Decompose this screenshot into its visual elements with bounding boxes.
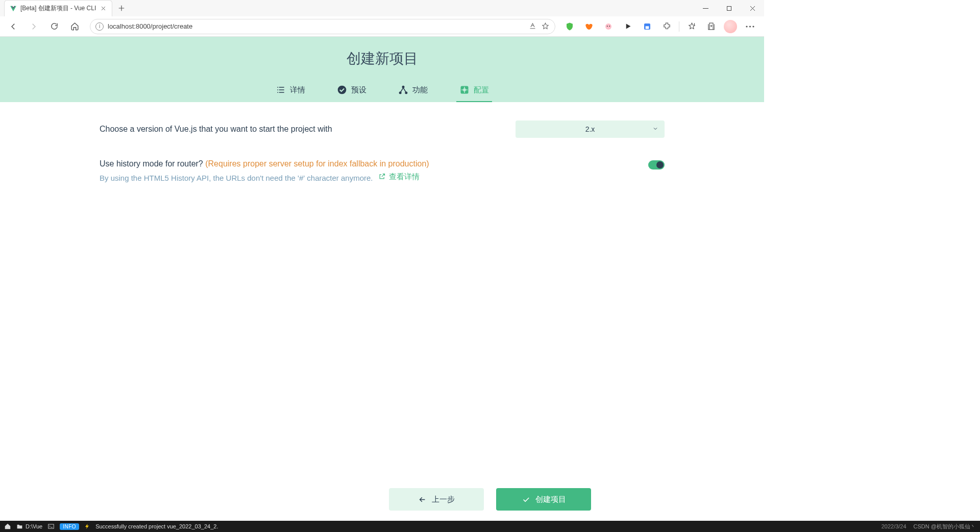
play-ext-icon[interactable] — [620, 18, 636, 35]
history-mode-label: Use history mode for router? (Requires p… — [100, 155, 648, 184]
site-info-icon[interactable]: i — [95, 22, 104, 31]
vue-favicon-icon — [10, 5, 17, 12]
browser-toolbar: i — [0, 16, 764, 37]
toolbar-divider — [679, 21, 679, 32]
tab-label: 预设 — [351, 85, 366, 95]
svg-rect-5 — [646, 26, 649, 29]
svg-point-3 — [609, 26, 610, 27]
svg-point-7 — [749, 26, 750, 27]
svg-point-2 — [607, 26, 608, 27]
svg-point-8 — [752, 26, 754, 27]
window-controls — [694, 0, 764, 16]
tab-label: 配置 — [474, 85, 489, 95]
svg-point-9 — [337, 86, 346, 94]
tab-title: [Beta] 创建新项目 - Vue CLI — [20, 4, 96, 13]
config-form: Choose a version of Vue.js that you want… — [100, 120, 665, 263]
check-circle-icon — [337, 85, 347, 95]
toolbar-extensions — [561, 18, 760, 35]
maximize-button[interactable] — [717, 0, 741, 16]
share-icon — [398, 85, 408, 95]
tab-label: 详情 — [290, 85, 305, 95]
url-bar[interactable]: i — [90, 19, 555, 34]
url-input[interactable] — [108, 22, 524, 30]
details-link-label: 查看详情 — [389, 171, 420, 183]
read-aloud-icon[interactable] — [528, 22, 537, 31]
home-button[interactable] — [65, 18, 84, 35]
tab-details[interactable]: 详情 — [273, 81, 308, 102]
favorite-icon[interactable] — [541, 22, 550, 31]
tab-presets[interactable]: 预设 — [334, 81, 370, 102]
select-value: 2.x — [585, 125, 595, 133]
extensions-button[interactable] — [658, 18, 675, 35]
history-mode-hint: By using the HTML5 History API, the URLs… — [100, 173, 373, 182]
page-content: 创建新项目 详情 预设 功能 配置 Choose a version of Vu… — [0, 37, 764, 404]
history-mode-text: Use history mode for router? — [100, 159, 203, 168]
back-button[interactable] — [4, 18, 22, 35]
header-panel: 创建新项目 详情 预设 功能 配置 — [0, 37, 764, 102]
new-tab-button[interactable] — [114, 1, 129, 15]
collections-button[interactable] — [703, 18, 719, 35]
svg-point-14 — [463, 88, 466, 91]
favorites-button[interactable] — [683, 18, 700, 35]
browser-ext-icon[interactable] — [639, 18, 655, 35]
vue-version-select[interactable]: 2.x — [516, 120, 665, 138]
history-mode-toggle[interactable] — [648, 160, 665, 170]
vue-version-label: Choose a version of Vue.js that you want… — [100, 120, 516, 136]
close-tab-icon[interactable] — [100, 5, 107, 12]
history-mode-warning: (Requires proper server setup for index … — [205, 159, 429, 168]
minimize-button[interactable] — [694, 0, 717, 16]
shield-ext-icon[interactable] — [561, 18, 578, 35]
window-titlebar: [Beta] 创建新项目 - Vue CLI — [0, 0, 764, 16]
browser-tab[interactable]: [Beta] 创建新项目 - Vue CLI — [4, 0, 112, 16]
tab-features[interactable]: 功能 — [395, 81, 431, 102]
fox-ext-icon[interactable] — [581, 18, 597, 35]
toggle-knob — [656, 161, 664, 168]
tab-config[interactable]: 配置 — [456, 81, 492, 102]
step-tabs: 详情 预设 功能 配置 — [0, 81, 764, 102]
row-vue-version: Choose a version of Vue.js that you want… — [100, 120, 665, 138]
view-details-link[interactable]: 查看详情 — [378, 171, 420, 183]
list-icon — [276, 85, 286, 95]
row-history-mode: Use history mode for router? (Requires p… — [100, 155, 665, 184]
svg-point-6 — [746, 26, 747, 27]
more-button[interactable] — [742, 18, 758, 35]
forward-button[interactable] — [24, 18, 43, 35]
close-window-button[interactable] — [741, 0, 764, 16]
svg-rect-0 — [727, 6, 731, 10]
tab-label: 功能 — [412, 85, 428, 95]
profile-avatar[interactable] — [722, 18, 739, 35]
external-link-icon — [378, 173, 386, 180]
svg-point-1 — [605, 23, 611, 30]
reload-button[interactable] — [45, 18, 63, 35]
chevron-down-icon — [652, 125, 658, 133]
page-title: 创建新项目 — [0, 44, 764, 81]
cat-ext-icon[interactable] — [600, 18, 617, 35]
settings-icon — [459, 85, 470, 95]
